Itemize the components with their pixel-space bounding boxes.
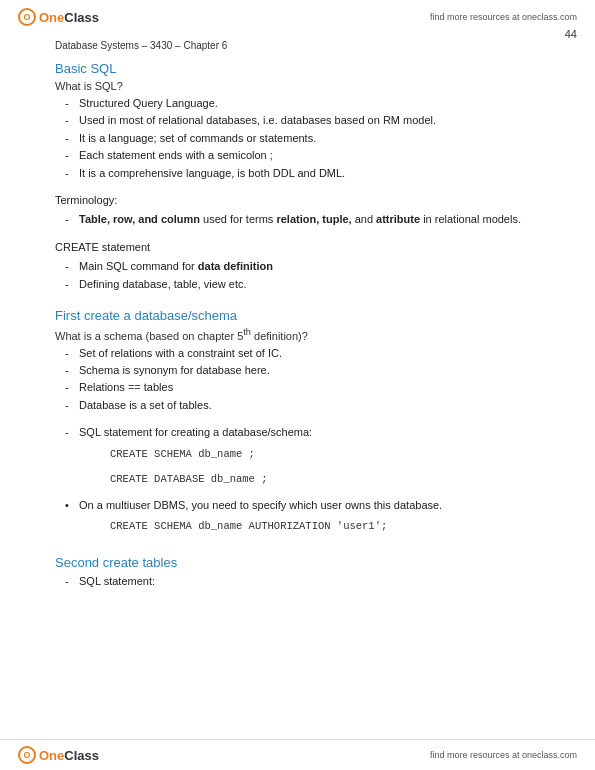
header-logo: O OneClass: [18, 8, 99, 26]
list-item: Each statement ends with a semicolon ;: [65, 148, 540, 163]
footer-logo: O OneClass: [18, 746, 99, 764]
footer-logo-circle-icon: O: [18, 746, 36, 764]
logo-circle-icon: O: [18, 8, 36, 26]
main-content: Database Systems – 3430 – Chapter 6 Basi…: [0, 30, 595, 606]
code-create-schema-auth: CREATE SCHEMA db_name AUTHORIZATION 'use…: [55, 519, 540, 535]
list-item: SQL statement:: [65, 574, 540, 589]
create-statement-label: CREATE statement: [55, 240, 540, 255]
code-create-database: CREATE DATABASE db_name ;: [55, 472, 540, 488]
sql-statement-intro-list: SQL statement for creating a database/sc…: [55, 425, 540, 440]
schema-list: Set of relations with a constraint set o…: [55, 346, 540, 414]
list-item: On a multiuser DBMS, you need to specify…: [65, 498, 540, 513]
list-item: Structured Query Language.: [65, 96, 540, 111]
list-item: Set of relations with a constraint set o…: [65, 346, 540, 361]
page-footer: O OneClass find more resources at onecla…: [0, 739, 595, 770]
second-create-list: SQL statement:: [55, 574, 540, 589]
multiuser-list: On a multiuser DBMS, you need to specify…: [55, 498, 540, 513]
footer-logo-text: OneClass: [39, 748, 99, 763]
basic-sql-list: Structured Query Language. Used in most …: [55, 96, 540, 181]
footer-tagline: find more resources at oneclass.com: [430, 750, 577, 760]
page-header: O OneClass find more resources at onecla…: [0, 0, 595, 30]
section-basic-sql-heading: Basic SQL: [55, 61, 540, 76]
logo-text: OneClass: [39, 10, 99, 25]
section-second-create-heading: Second create tables: [55, 555, 540, 570]
code-create-schema: CREATE SCHEMA db_name ;: [55, 447, 540, 463]
header-tagline: find more resources at oneclass.com: [430, 12, 577, 22]
list-item: It is a language; set of commands or sta…: [65, 131, 540, 146]
create-statement-list: Main SQL command for data definition Def…: [55, 259, 540, 292]
list-item: Table, row, and column used for terms re…: [65, 212, 540, 227]
terminology-label: Terminology:: [55, 193, 540, 208]
schema-definition-subheading: What is a schema (based on chapter 5th d…: [55, 327, 540, 342]
list-item: Relations == tables: [65, 380, 540, 395]
list-item: Schema is synonym for database here.: [65, 363, 540, 378]
list-item: SQL statement for creating a database/sc…: [65, 425, 540, 440]
list-item: Main SQL command for data definition: [65, 259, 540, 274]
list-item: Defining database, table, view etc.: [65, 277, 540, 292]
page-number: 44: [565, 28, 577, 40]
list-item: It is a comprehensive language, is both …: [65, 166, 540, 181]
terminology-list: Table, row, and column used for terms re…: [55, 212, 540, 227]
document-title: Database Systems – 3430 – Chapter 6: [55, 40, 540, 51]
list-item: Used in most of relational databases, i.…: [65, 113, 540, 128]
section-first-create-heading: First create a database/schema: [55, 308, 540, 323]
what-is-sql-subheading: What is SQL?: [55, 80, 540, 92]
list-item: Database is a set of tables.: [65, 398, 540, 413]
